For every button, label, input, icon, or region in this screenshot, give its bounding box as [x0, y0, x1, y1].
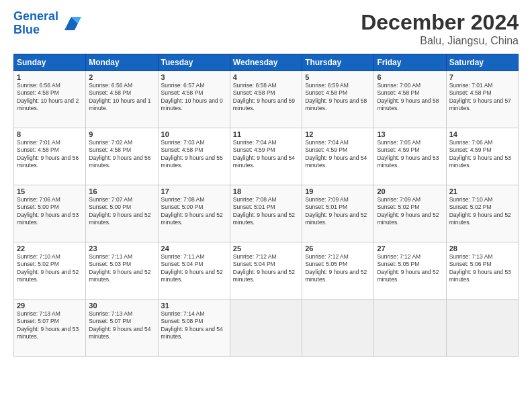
cell-info: Sunrise: 7:05 AM Sunset: 4:59 PM Dayligh…	[377, 139, 443, 170]
week-row-3: 15Sunrise: 7:06 AM Sunset: 5:00 PM Dayli…	[14, 185, 519, 242]
cell-info: Sunrise: 7:07 AM Sunset: 5:00 PM Dayligh…	[89, 196, 154, 227]
cell-info: Sunrise: 7:04 AM Sunset: 4:59 PM Dayligh…	[233, 139, 299, 170]
header-cell-tuesday: Tuesday	[158, 54, 230, 71]
header-cell-friday: Friday	[374, 54, 446, 71]
day-number: 31	[161, 302, 227, 310]
calendar-cell: 12Sunrise: 7:04 AM Sunset: 4:59 PM Dayli…	[302, 128, 374, 185]
day-number: 15	[17, 187, 83, 195]
cell-info: Sunrise: 7:14 AM Sunset: 5:08 PM Dayligh…	[161, 310, 227, 341]
cell-info: Sunrise: 6:58 AM Sunset: 4:58 PM Dayligh…	[233, 82, 299, 113]
day-number: 19	[305, 187, 371, 195]
calendar-cell	[374, 300, 446, 357]
day-number: 8	[17, 130, 83, 138]
calendar-cell: 4Sunrise: 6:58 AM Sunset: 4:58 PM Daylig…	[230, 71, 302, 128]
day-number: 23	[89, 244, 154, 253]
cell-info: Sunrise: 7:09 AM Sunset: 5:01 PM Dayligh…	[305, 196, 371, 227]
week-row-4: 22Sunrise: 7:10 AM Sunset: 5:02 PM Dayli…	[14, 242, 519, 300]
day-number: 12	[305, 130, 371, 138]
logo-blue: Blue	[13, 23, 40, 36]
cell-info: Sunrise: 7:00 AM Sunset: 4:58 PM Dayligh…	[377, 82, 443, 113]
cell-info: Sunrise: 7:02 AM Sunset: 4:58 PM Dayligh…	[89, 139, 154, 170]
day-number: 1	[17, 73, 83, 81]
calendar-table: SundayMondayTuesdayWednesdayThursdayFrid…	[13, 54, 519, 357]
calendar-cell: 3Sunrise: 6:57 AM Sunset: 4:58 PM Daylig…	[158, 71, 230, 128]
day-number: 17	[161, 187, 227, 195]
day-number: 14	[449, 130, 515, 138]
cell-info: Sunrise: 7:01 AM Sunset: 4:58 PM Dayligh…	[17, 139, 83, 170]
cell-info: Sunrise: 7:13 AM Sunset: 5:06 PM Dayligh…	[449, 253, 515, 284]
calendar-cell: 15Sunrise: 7:06 AM Sunset: 5:00 PM Dayli…	[14, 185, 86, 242]
calendar-cell: 6Sunrise: 7:00 AM Sunset: 4:58 PM Daylig…	[374, 71, 446, 128]
calendar-cell: 13Sunrise: 7:05 AM Sunset: 4:59 PM Dayli…	[374, 128, 446, 185]
cell-info: Sunrise: 7:03 AM Sunset: 4:58 PM Dayligh…	[161, 139, 227, 170]
calendar-cell: 14Sunrise: 7:06 AM Sunset: 4:59 PM Dayli…	[446, 128, 518, 185]
header-cell-monday: Monday	[86, 54, 158, 71]
day-number: 5	[305, 73, 371, 81]
cell-info: Sunrise: 7:09 AM Sunset: 5:02 PM Dayligh…	[377, 196, 443, 227]
cell-info: Sunrise: 7:10 AM Sunset: 5:02 PM Dayligh…	[449, 196, 515, 227]
day-number: 3	[161, 73, 227, 81]
calendar-cell: 1Sunrise: 6:56 AM Sunset: 4:58 PM Daylig…	[14, 71, 86, 128]
day-number: 30	[89, 302, 154, 310]
page: General Blue December 2024 Balu, Jiangsu…	[0, 0, 532, 411]
calendar-cell: 27Sunrise: 7:12 AM Sunset: 5:05 PM Dayli…	[374, 242, 446, 300]
header-cell-wednesday: Wednesday	[230, 54, 302, 71]
header-cell-thursday: Thursday	[302, 54, 374, 71]
calendar-cell	[302, 300, 374, 357]
calendar-cell: 2Sunrise: 6:56 AM Sunset: 4:58 PM Daylig…	[86, 71, 158, 128]
logo-icon	[61, 13, 81, 34]
cell-info: Sunrise: 7:06 AM Sunset: 4:59 PM Dayligh…	[449, 139, 515, 170]
day-number: 7	[449, 73, 515, 81]
cell-info: Sunrise: 7:11 AM Sunset: 5:04 PM Dayligh…	[161, 253, 227, 284]
calendar-cell: 23Sunrise: 7:11 AM Sunset: 5:03 PM Dayli…	[86, 242, 158, 300]
week-row-2: 8Sunrise: 7:01 AM Sunset: 4:58 PM Daylig…	[14, 128, 519, 185]
calendar-cell: 20Sunrise: 7:09 AM Sunset: 5:02 PM Dayli…	[374, 185, 446, 242]
week-row-5: 29Sunrise: 7:13 AM Sunset: 5:07 PM Dayli…	[14, 300, 519, 357]
day-number: 20	[377, 187, 443, 195]
day-number: 16	[89, 187, 154, 195]
logo-text: General Blue	[13, 10, 58, 37]
calendar-title: December 2024	[361, 10, 519, 35]
calendar-cell: 11Sunrise: 7:04 AM Sunset: 4:59 PM Dayli…	[230, 128, 302, 185]
cell-info: Sunrise: 6:56 AM Sunset: 4:58 PM Dayligh…	[89, 82, 154, 113]
calendar-cell: 5Sunrise: 6:59 AM Sunset: 4:58 PM Daylig…	[302, 71, 374, 128]
calendar-cell: 24Sunrise: 7:11 AM Sunset: 5:04 PM Dayli…	[158, 242, 230, 300]
header-cell-sunday: Sunday	[14, 54, 86, 71]
calendar-cell: 28Sunrise: 7:13 AM Sunset: 5:06 PM Dayli…	[446, 242, 518, 300]
day-number: 11	[233, 130, 299, 138]
cell-info: Sunrise: 7:10 AM Sunset: 5:02 PM Dayligh…	[17, 253, 83, 284]
day-number: 24	[161, 244, 227, 253]
cell-info: Sunrise: 7:01 AM Sunset: 4:58 PM Dayligh…	[449, 82, 515, 113]
cell-info: Sunrise: 6:57 AM Sunset: 4:58 PM Dayligh…	[161, 82, 227, 113]
cell-info: Sunrise: 7:08 AM Sunset: 5:01 PM Dayligh…	[233, 196, 299, 227]
week-row-1: 1Sunrise: 6:56 AM Sunset: 4:58 PM Daylig…	[14, 71, 519, 128]
logo: General Blue	[13, 10, 81, 37]
day-number: 4	[233, 73, 299, 81]
cell-info: Sunrise: 7:13 AM Sunset: 5:07 PM Dayligh…	[89, 310, 154, 341]
calendar-cell: 8Sunrise: 7:01 AM Sunset: 4:58 PM Daylig…	[14, 128, 86, 185]
cell-info: Sunrise: 7:04 AM Sunset: 4:59 PM Dayligh…	[305, 139, 371, 170]
calendar-header: SundayMondayTuesdayWednesdayThursdayFrid…	[14, 54, 519, 71]
calendar-cell: 29Sunrise: 7:13 AM Sunset: 5:07 PM Dayli…	[14, 300, 86, 357]
cell-info: Sunrise: 7:11 AM Sunset: 5:03 PM Dayligh…	[89, 253, 154, 284]
calendar-cell: 16Sunrise: 7:07 AM Sunset: 5:00 PM Dayli…	[86, 185, 158, 242]
calendar-cell	[230, 300, 302, 357]
title-block: December 2024 Balu, Jiangsu, China	[361, 10, 519, 47]
day-number: 27	[377, 244, 443, 253]
header: General Blue December 2024 Balu, Jiangsu…	[13, 10, 519, 47]
cell-info: Sunrise: 7:13 AM Sunset: 5:07 PM Dayligh…	[17, 310, 83, 341]
cell-info: Sunrise: 7:08 AM Sunset: 5:00 PM Dayligh…	[161, 196, 227, 227]
calendar-cell: 7Sunrise: 7:01 AM Sunset: 4:58 PM Daylig…	[446, 71, 518, 128]
header-cell-saturday: Saturday	[446, 54, 518, 71]
calendar-cell: 10Sunrise: 7:03 AM Sunset: 4:58 PM Dayli…	[158, 128, 230, 185]
day-number: 29	[17, 302, 83, 310]
day-number: 6	[377, 73, 443, 81]
cell-info: Sunrise: 7:06 AM Sunset: 5:00 PM Dayligh…	[17, 196, 83, 227]
day-number: 22	[17, 244, 83, 253]
calendar-cell: 17Sunrise: 7:08 AM Sunset: 5:00 PM Dayli…	[158, 185, 230, 242]
day-number: 25	[233, 244, 299, 253]
calendar-cell: 25Sunrise: 7:12 AM Sunset: 5:04 PM Dayli…	[230, 242, 302, 300]
calendar-body: 1Sunrise: 6:56 AM Sunset: 4:58 PM Daylig…	[14, 71, 519, 357]
cell-info: Sunrise: 7:12 AM Sunset: 5:05 PM Dayligh…	[377, 253, 443, 284]
day-number: 2	[89, 73, 154, 81]
